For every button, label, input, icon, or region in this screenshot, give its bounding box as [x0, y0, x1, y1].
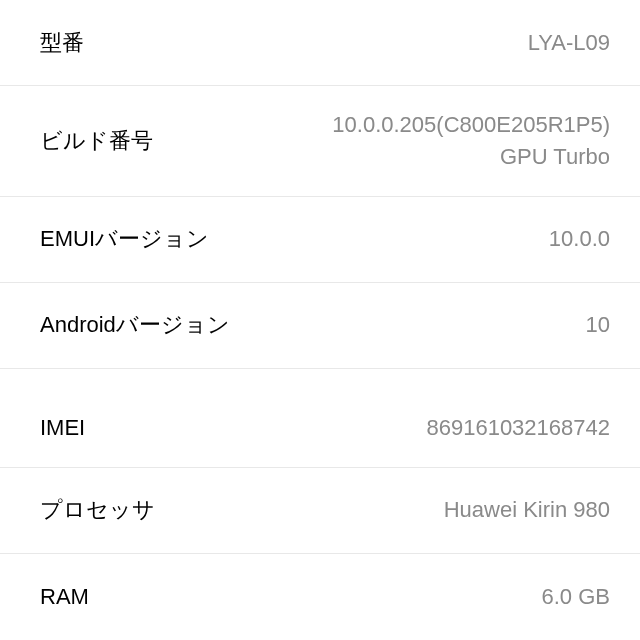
- label-processor: プロセッサ: [40, 495, 155, 525]
- row-build[interactable]: ビルド番号 10.0.0.205(C800E205R1P5) GPU Turbo: [0, 86, 640, 197]
- label-imei: IMEI: [40, 415, 85, 441]
- label-model: 型番: [40, 28, 84, 58]
- label-ram: RAM: [40, 584, 89, 610]
- value-ram: 6.0 GB: [542, 581, 610, 613]
- row-imei[interactable]: IMEI 869161032168742: [0, 369, 640, 468]
- row-processor[interactable]: プロセッサ Huawei Kirin 980: [0, 468, 640, 554]
- value-build: 10.0.0.205(C800E205R1P5) GPU Turbo: [332, 109, 610, 173]
- settings-list: 型番 LYA-L09 ビルド番号 10.0.0.205(C800E205R1P5…: [0, 0, 640, 640]
- row-android[interactable]: Androidバージョン 10: [0, 283, 640, 369]
- row-model[interactable]: 型番 LYA-L09: [0, 0, 640, 86]
- label-emui: EMUIバージョン: [40, 224, 209, 254]
- row-ram[interactable]: RAM 6.0 GB: [0, 554, 640, 640]
- label-android: Androidバージョン: [40, 310, 230, 340]
- value-imei: 869161032168742: [426, 412, 610, 444]
- row-emui[interactable]: EMUIバージョン 10.0.0: [0, 197, 640, 283]
- value-emui: 10.0.0: [549, 223, 610, 255]
- label-build: ビルド番号: [40, 126, 153, 156]
- value-android: 10: [586, 309, 610, 341]
- value-processor: Huawei Kirin 980: [444, 494, 610, 526]
- value-model: LYA-L09: [528, 27, 610, 59]
